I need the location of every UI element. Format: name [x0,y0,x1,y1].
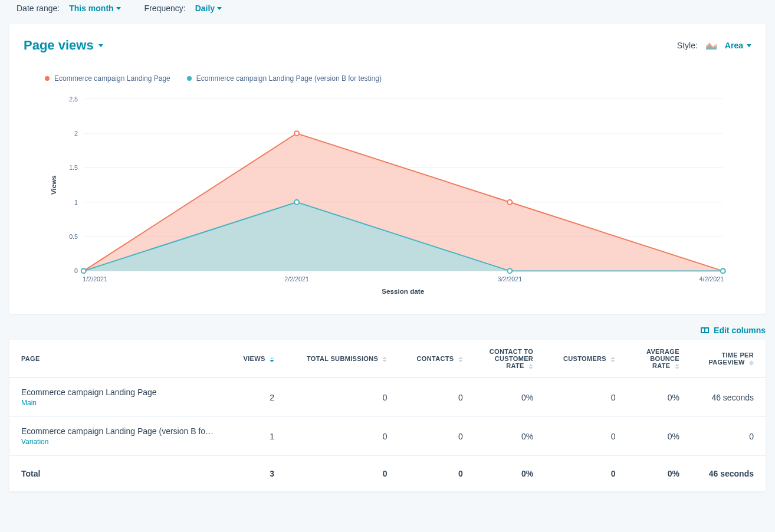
card-title-text: Page views [24,38,94,53]
col-avg-bounce-rate[interactable]: AVERAGE BOUNCE RATE [627,340,691,378]
chevron-down-icon [98,44,103,47]
legend-label-b: Ecommerce campaign Landing Page (version… [196,74,382,83]
table-header-row: PAGE VIEWS TOTAL SUBMISSIONS CONTACTS CO… [9,340,766,378]
cell-contacts: 0 [399,417,474,456]
y-tick: 0.5 [69,233,78,240]
cell-views: 1 [227,417,286,456]
sort-icon [528,364,533,369]
frequency-filter: Frequency: Daily [145,4,222,13]
sort-icon [458,357,463,362]
page-name: Ecommerce campaign Landing Page (version… [21,426,215,436]
cell-avg-bounce-rate: 0% [627,417,691,456]
date-range-value: This month [69,4,113,13]
frequency-dropdown[interactable]: Daily [195,4,222,13]
sort-icon [749,360,754,366]
sort-icon [270,357,274,362]
cell-contact-to-customer-rate: 0% [475,417,545,456]
legend-dot-icon [187,76,192,81]
columns-icon [701,327,709,333]
chart-point[interactable] [294,200,299,205]
x-tick: 3/2/2021 [498,275,523,283]
chart-svg: 0 0.5 1 1.5 2 2.5 Views 1/2 [24,93,751,300]
sort-icon [675,364,679,369]
cell-time-per-pageview: 0 [691,417,766,456]
cell-customers: 0 [545,378,627,417]
cell-avg-bounce-rate: 0% [627,378,691,417]
x-axis-title: Session date [382,287,424,295]
total-avg-bounce-rate: 0% [627,456,691,492]
cell-time-per-pageview: 46 seconds [691,378,766,417]
page-name: Ecommerce campaign Landing Page [21,387,215,397]
chevron-down-icon [116,7,121,10]
cell-customers: 0 [545,417,627,456]
col-contact-to-customer-rate[interactable]: CONTACT TO CUSTOMER RATE [475,340,545,378]
x-tick: 4/2/2021 [700,275,724,283]
total-contact-to-customer-rate: 0% [475,456,545,492]
results-table: PAGE VIEWS TOTAL SUBMISSIONS CONTACTS CO… [9,340,766,491]
chevron-down-icon [747,44,751,47]
cell-contacts: 0 [399,378,474,417]
y-tick: 2.5 [69,96,78,103]
x-tick: 1/2/2021 [83,275,107,283]
cell-views: 2 [227,378,286,417]
cell-contact-to-customer-rate: 0% [475,378,545,417]
table-row[interactable]: Ecommerce campaign Landing Page (version… [9,417,766,456]
y-tick: 1.5 [69,164,78,171]
total-label: Total [9,456,227,492]
edit-columns-row: Edit columns [9,326,766,335]
chart-point[interactable] [508,200,513,205]
legend-label-a: Ecommerce campaign Landing Page [54,74,170,83]
chart-legend: Ecommerce campaign Landing Page Ecommerc… [24,74,751,83]
col-total-submissions[interactable]: TOTAL SUBMISSIONS [286,340,399,378]
chevron-down-icon [217,7,222,10]
legend-item-a[interactable]: Ecommerce campaign Landing Page [45,74,170,83]
page-sub-link[interactable]: Variation [21,438,215,446]
style-value-text: Area [725,41,743,50]
frequency-value: Daily [195,4,215,13]
y-axis-title: Views [50,175,57,195]
col-time-per-pageview[interactable]: TIME PER PAGEVIEW [691,340,766,378]
table-total-row: Total 3 0 0 0% 0 0% 46 seconds [9,456,766,492]
metric-dropdown[interactable]: Page views [24,38,103,53]
chart-point[interactable] [294,131,299,136]
chart-point[interactable] [81,269,86,274]
legend-dot-icon [45,76,50,81]
legend-item-b[interactable]: Ecommerce campaign Landing Page (version… [187,74,382,83]
edit-columns-label: Edit columns [714,326,766,335]
style-label: Style: [677,41,698,50]
y-tick: 2 [74,130,78,137]
y-tick: 1 [74,199,78,206]
chart-point[interactable] [508,269,513,274]
total-total-submissions: 0 [286,456,399,492]
page-sub-link[interactable]: Main [21,399,215,407]
chart-card: Page views Style: Area Ecommerce campaig… [9,24,766,314]
cell-total-submissions: 0 [286,417,399,456]
total-contacts: 0 [399,456,474,492]
filter-bar: Date range: This month Frequency: Daily [9,0,766,24]
chart-style-control: Style: Area [677,41,751,50]
col-page[interactable]: PAGE [9,340,227,378]
chart-point[interactable] [721,269,725,274]
col-views[interactable]: VIEWS [227,340,286,378]
card-header: Page views Style: Area [24,38,751,53]
chart-area: Ecommerce campaign Landing Page Ecommerc… [24,74,751,300]
total-views: 3 [227,456,286,492]
col-customers[interactable]: CUSTOMERS [545,340,627,378]
col-contacts[interactable]: CONTACTS [399,340,474,378]
style-dropdown[interactable]: Area [725,41,751,50]
date-range-filter: Date range: This month [17,4,121,13]
total-customers: 0 [545,456,627,492]
area-chart-icon [706,41,717,50]
sort-icon [610,357,615,362]
date-range-label: Date range: [17,4,60,13]
frequency-label: Frequency: [145,4,186,13]
table-row[interactable]: Ecommerce campaign Landing Page Main 2 0… [9,378,766,417]
sort-icon [382,357,387,362]
edit-columns-button[interactable]: Edit columns [701,326,766,335]
total-time-per-pageview: 46 seconds [691,456,766,492]
date-range-dropdown[interactable]: This month [69,4,120,13]
cell-total-submissions: 0 [286,378,399,417]
x-tick: 2/2/2021 [284,275,309,283]
y-tick: 0 [74,267,78,274]
